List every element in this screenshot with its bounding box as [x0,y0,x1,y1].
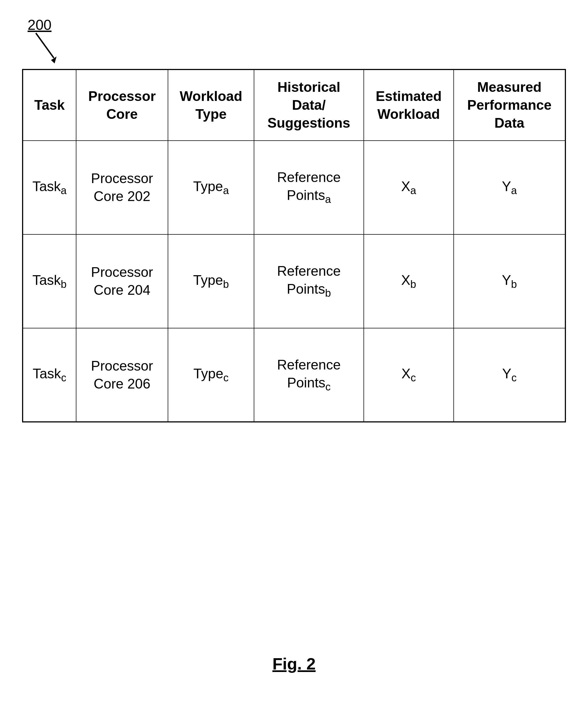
task-b: Taskb [23,234,76,328]
reference-arrow [27,30,63,66]
processor-core-a: ProcessorCore 202 [76,141,168,234]
page-container: 200 Task ProcessorCore WorkloadType Hist… [0,0,588,723]
header-estimated-workload: EstimatedWorkload [364,69,454,141]
measured-data-c: Yc [454,328,565,422]
reference-points-c: ReferencePointsc [254,328,363,422]
table-row: Taska ProcessorCore 202 Typea ReferenceP… [23,141,565,234]
table-row: Taskb ProcessorCore 204 Typeb ReferenceP… [23,234,565,328]
header-task: Task [23,69,76,141]
estimated-workload-a: Xa [364,141,454,234]
reference-points-a: ReferencePointsa [254,141,363,234]
header-measured-performance: MeasuredPerformanceData [454,69,565,141]
estimated-workload-c: Xc [364,328,454,422]
reference-points-b: ReferencePointsb [254,234,363,328]
data-table: Task ProcessorCore WorkloadType Historic… [22,69,566,422]
table-row: Taskc ProcessorCore 206 Typec ReferenceP… [23,328,565,422]
header-processor-core: ProcessorCore [76,69,168,141]
workload-type-b: Typeb [168,234,254,328]
estimated-workload-b: Xb [364,234,454,328]
figure-caption: Fig. 2 [0,654,588,673]
header-historical-data: HistoricalData/Suggestions [254,69,363,141]
measured-data-b: Yb [454,234,565,328]
processor-core-c: ProcessorCore 206 [76,328,168,422]
header-workload-type: WorkloadType [168,69,254,141]
main-table-wrapper: Task ProcessorCore WorkloadType Historic… [22,69,566,422]
processor-core-b: ProcessorCore 204 [76,234,168,328]
measured-data-a: Ya [454,141,565,234]
svg-line-0 [36,33,54,58]
workload-type-c: Typec [168,328,254,422]
task-a: Taska [23,141,76,234]
task-c: Taskc [23,328,76,422]
workload-type-a: Typea [168,141,254,234]
